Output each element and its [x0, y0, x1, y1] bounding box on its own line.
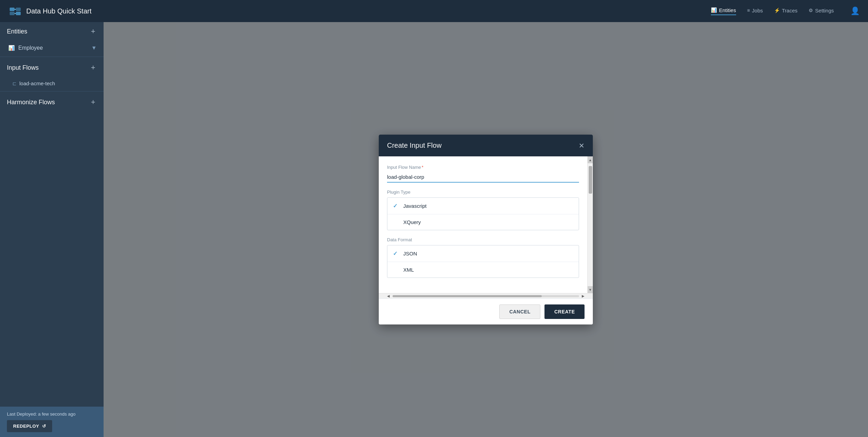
- nav-entities-label: Entities: [719, 7, 736, 13]
- last-deployed-text: Last Deployed: a few seconds ago: [7, 411, 97, 417]
- modal-close-button[interactable]: ✕: [579, 142, 585, 149]
- app-logo: [8, 4, 22, 18]
- create-input-flow-modal: Create Input Flow ✕ Input Flow Name* Plu…: [379, 135, 593, 324]
- main-content: Create Input Flow ✕ Input Flow Name* Plu…: [104, 22, 868, 437]
- entities-section-label: Entities: [7, 28, 27, 35]
- nav-jobs[interactable]: ≡ Jobs: [747, 8, 763, 15]
- harmonize-flows-section-label: Harmonize Flows: [7, 99, 55, 106]
- topnav: Data Hub Quick Start 📊 Entities ≡ Jobs ⚡…: [0, 0, 868, 22]
- harmonize-flows-section-header: Harmonize Flows +: [0, 93, 104, 111]
- chevron-down-icon: ▼: [91, 45, 97, 51]
- data-format-list: ✓ JSON XML: [387, 245, 579, 278]
- svg-rect-2: [10, 12, 15, 15]
- scroll-up-arrow[interactable]: ▲: [588, 156, 593, 163]
- entities-add-button[interactable]: +: [89, 28, 97, 35]
- input-flow-name-label: Input Flow Name*: [387, 165, 579, 170]
- modal-title: Create Input Flow: [387, 142, 442, 149]
- modal-horizontal-scrollbar[interactable]: ◀ ▶: [379, 293, 593, 299]
- xquery-label: XQuery: [403, 219, 421, 225]
- plugin-type-javascript[interactable]: ✓ Javascript: [387, 198, 579, 214]
- input-flows-section-header: Input Flows +: [0, 58, 104, 77]
- javascript-label: Javascript: [403, 203, 427, 209]
- flow-icon: ⊏: [12, 81, 17, 86]
- redeploy-icon: ↺: [42, 424, 46, 429]
- scroll-down-arrow[interactable]: ▼: [588, 286, 593, 293]
- data-format-xml[interactable]: XML: [387, 262, 579, 278]
- nav-traces-label: Traces: [782, 8, 798, 13]
- nav-jobs-label: Jobs: [752, 8, 763, 13]
- chart-icon: 📊: [711, 7, 717, 13]
- modal-overlay: Create Input Flow ✕ Input Flow Name* Plu…: [104, 22, 868, 437]
- modal-scroll-area: Input Flow Name* Plugin Type ✓ Javascrip…: [379, 156, 587, 293]
- xml-label: XML: [403, 267, 414, 273]
- cancel-button[interactable]: CANCEL: [499, 304, 540, 319]
- load-acme-tech-label: load-acme-tech: [19, 80, 55, 86]
- app-title: Data Hub Quick Start: [26, 7, 91, 15]
- redeploy-button[interactable]: REDEPLOY ↺: [7, 420, 52, 432]
- sidebar: Entities + 📊 Employee ▼ Input Flows + ⊏ …: [0, 22, 104, 437]
- required-indicator: *: [422, 165, 423, 170]
- input-flows-section-label: Input Flows: [7, 64, 39, 71]
- entity-icon: 📊: [8, 45, 15, 51]
- hscroll-thumb[interactable]: [393, 295, 542, 297]
- harmonize-flows-add-button[interactable]: +: [89, 98, 97, 106]
- json-label: JSON: [403, 251, 417, 256]
- nav-traces[interactable]: ⚡ Traces: [774, 8, 798, 15]
- sidebar-footer: Last Deployed: a few seconds ago REDEPLO…: [0, 407, 104, 437]
- json-check-icon: ✓: [393, 250, 399, 257]
- sidebar-divider-1: [0, 57, 104, 57]
- sidebar-divider-2: [0, 91, 104, 91]
- javascript-check-icon: ✓: [393, 203, 399, 209]
- hscroll-track: [393, 295, 579, 297]
- list-icon: ≡: [747, 8, 750, 13]
- data-format-label: Data Format: [387, 237, 579, 242]
- data-format-json[interactable]: ✓ JSON: [387, 245, 579, 262]
- modal-header: Create Input Flow ✕: [379, 135, 593, 156]
- topnav-links: 📊 Entities ≡ Jobs ⚡ Traces ⚙ Settings 👤: [711, 7, 860, 16]
- user-icon[interactable]: 👤: [850, 7, 860, 16]
- sidebar-item-load-acme-tech[interactable]: ⊏ load-acme-tech: [0, 77, 104, 90]
- plugin-type-label: Plugin Type: [387, 190, 579, 195]
- create-button[interactable]: CREATE: [544, 304, 585, 319]
- svg-rect-0: [10, 8, 15, 11]
- scroll-right-arrow[interactable]: ▶: [580, 294, 586, 298]
- plugin-type-xquery[interactable]: XQuery: [387, 214, 579, 230]
- plugin-type-list: ✓ Javascript XQuery: [387, 197, 579, 230]
- sidebar-item-employee[interactable]: 📊 Employee ▼: [0, 41, 104, 55]
- input-flows-add-button[interactable]: +: [89, 64, 97, 71]
- entities-section-header: Entities +: [0, 22, 104, 41]
- modal-body: Input Flow Name* Plugin Type ✓ Javascrip…: [379, 156, 593, 293]
- modal-footer: CANCEL CREATE: [379, 299, 593, 324]
- nav-settings[interactable]: ⚙ Settings: [809, 8, 834, 15]
- redeploy-label: REDEPLOY: [13, 424, 39, 429]
- nav-settings-label: Settings: [815, 8, 834, 13]
- input-flow-name-field[interactable]: [387, 172, 579, 183]
- scroll-thumb[interactable]: [589, 166, 592, 194]
- svg-rect-3: [16, 12, 21, 15]
- nav-entities[interactable]: 📊 Entities: [711, 7, 736, 15]
- svg-rect-1: [16, 8, 21, 11]
- employee-label: Employee: [18, 45, 43, 51]
- bolt-icon: ⚡: [774, 8, 780, 13]
- modal-vertical-scrollbar[interactable]: ▲ ▼: [587, 156, 593, 293]
- scroll-left-arrow[interactable]: ◀: [386, 294, 391, 298]
- gear-icon: ⚙: [809, 8, 813, 13]
